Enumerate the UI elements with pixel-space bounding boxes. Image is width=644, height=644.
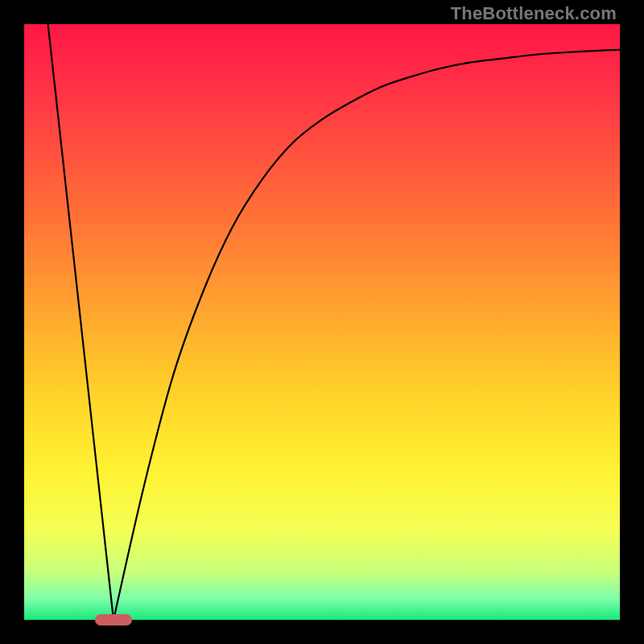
bottleneck-marker <box>95 614 132 625</box>
watermark-text: TheBottleneck.com <box>451 3 617 24</box>
curves-svg <box>24 24 620 620</box>
right-curve-path <box>114 50 620 620</box>
chart-frame: TheBottleneck.com <box>0 0 644 644</box>
left-line-path <box>48 24 114 620</box>
plot-area <box>24 24 620 620</box>
